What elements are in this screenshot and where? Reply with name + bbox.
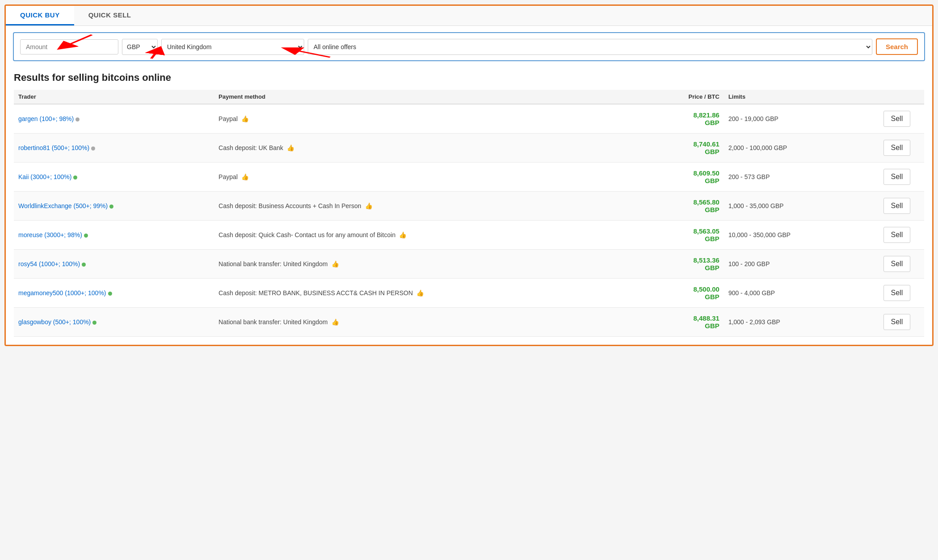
price-cell: 8,609.50GBP — [596, 163, 724, 192]
price-value: 8,821.86GBP — [601, 111, 719, 126]
limits-cell: 10,000 - 350,000 GBP — [724, 221, 870, 250]
payment-text: National bank transfer: United Kingdom — [218, 318, 327, 326]
sell-button[interactable]: Sell — [884, 140, 911, 156]
price-currency: GBP — [705, 148, 720, 155]
online-status-dot — [91, 146, 95, 150]
offers-select[interactable]: All online offers Paypal Cash deposit Na… — [308, 39, 872, 55]
action-cell: Sell — [870, 104, 924, 134]
price-currency: GBP — [705, 293, 720, 301]
sell-button[interactable]: Sell — [884, 256, 911, 272]
table-header-row: Trader Payment method Price / BTC Limits — [14, 90, 924, 104]
action-cell: Sell — [870, 250, 924, 279]
sell-button[interactable]: Sell — [884, 285, 911, 301]
price-currency: GBP — [705, 119, 720, 126]
trader-cell: rosy54 (1000+; 100%) — [14, 250, 214, 279]
action-cell: Sell — [870, 192, 924, 221]
table-row: robertino81 (500+; 100%)Cash deposit: UK… — [14, 134, 924, 163]
limits-text: 200 - 573 GBP — [729, 173, 770, 180]
trader-link[interactable]: megamoney500 (1000+; 100%) — [18, 289, 106, 297]
price-value: 8,513.36GBP — [601, 256, 719, 272]
price-cell: 8,488.31GBP — [596, 308, 724, 337]
sell-button[interactable]: Sell — [884, 111, 911, 127]
tab-bar: QUICK BUY QUICK SELL — [6, 6, 932, 26]
currency-select[interactable]: GBP USD EUR BTC — [122, 39, 158, 55]
trader-link[interactable]: moreuse (3000+; 98%) — [18, 231, 82, 238]
price-value: 8,609.50GBP — [601, 169, 719, 184]
action-cell: Sell — [870, 221, 924, 250]
action-cell: Sell — [870, 279, 924, 308]
country-select[interactable]: United Kingdom United States Germany Fra… — [161, 39, 304, 55]
action-cell: Sell — [870, 308, 924, 337]
main-container: QUICK BUY QUICK SELL GBP USD EUR BTC Uni… — [4, 4, 934, 346]
trader-link[interactable]: Kaii (3000+; 100%) — [18, 173, 71, 180]
online-status-dot — [82, 263, 86, 267]
payment-text: Cash deposit: Quick Cash- Contact us for… — [218, 231, 395, 238]
limits-text: 1,000 - 2,093 GBP — [729, 318, 780, 326]
price-cell: 8,821.86GBP — [596, 104, 724, 134]
sell-button[interactable]: Sell — [884, 198, 911, 214]
limits-cell: 2,000 - 100,000 GBP — [724, 134, 870, 163]
online-status-dot — [92, 321, 96, 325]
trader-link[interactable]: gargen (100+; 98%) — [18, 115, 74, 122]
table-row: megamoney500 (1000+; 100%)Cash deposit: … — [14, 279, 924, 308]
col-header-trader: Trader — [14, 90, 214, 104]
limits-text: 100 - 200 GBP — [729, 260, 770, 267]
payment-cell: Paypal 👍 — [214, 163, 596, 192]
limits-cell: 200 - 19,000 GBP — [724, 104, 870, 134]
action-cell: Sell — [870, 163, 924, 192]
limits-text: 2,000 - 100,000 GBP — [729, 144, 787, 151]
thumbs-up-icon: 👍 — [331, 318, 339, 326]
limits-text: 10,000 - 350,000 GBP — [729, 231, 791, 238]
sell-button[interactable]: Sell — [884, 227, 911, 243]
col-header-price: Price / BTC — [596, 90, 724, 104]
col-header-action — [870, 90, 924, 104]
trader-link[interactable]: glasgowboy (500+; 100%) — [18, 318, 91, 326]
trade-table: Trader Payment method Price / BTC Limits… — [14, 90, 924, 337]
trader-link[interactable]: robertino81 (500+; 100%) — [18, 144, 89, 151]
col-header-limits: Limits — [724, 90, 870, 104]
tab-quick-sell[interactable]: QUICK SELL — [74, 6, 146, 25]
thumbs-up-icon: 👍 — [331, 260, 339, 267]
price-cell: 8,513.36GBP — [596, 250, 724, 279]
trader-cell: WorldlinkExchange (500+; 99%) — [14, 192, 214, 221]
payment-cell: Cash deposit: Business Accounts + Cash I… — [214, 192, 596, 221]
amount-input[interactable] — [20, 39, 118, 54]
price-value: 8,563.05GBP — [601, 227, 719, 242]
trader-cell: moreuse (3000+; 98%) — [14, 221, 214, 250]
price-value: 8,500.00GBP — [601, 285, 719, 301]
trader-cell: robertino81 (500+; 100%) — [14, 134, 214, 163]
thumbs-up-icon: 👍 — [365, 202, 373, 209]
tab-quick-buy[interactable]: QUICK BUY — [6, 6, 74, 25]
online-status-dot — [108, 292, 112, 296]
price-cell: 8,740.61GBP — [596, 134, 724, 163]
payment-cell: Cash deposit: METRO BANK, BUSINESS ACCT&… — [214, 279, 596, 308]
thumbs-up-icon: 👍 — [241, 115, 249, 122]
sell-button[interactable]: Sell — [884, 314, 911, 330]
trader-link[interactable]: WorldlinkExchange (500+; 99%) — [18, 202, 108, 209]
payment-cell: Cash deposit: UK Bank 👍 — [214, 134, 596, 163]
price-currency: GBP — [705, 177, 720, 184]
payment-text: Cash deposit: UK Bank — [218, 144, 283, 151]
online-status-dot — [75, 117, 80, 121]
payment-cell: Cash deposit: Quick Cash- Contact us for… — [214, 221, 596, 250]
table-row: gargen (100+; 98%)Paypal 👍8,821.86GBP200… — [14, 104, 924, 134]
price-currency: GBP — [705, 206, 720, 213]
price-currency: GBP — [705, 264, 720, 272]
search-button[interactable]: Search — [876, 38, 918, 55]
table-row: WorldlinkExchange (500+; 99%)Cash deposi… — [14, 192, 924, 221]
table-row: glasgowboy (500+; 100%)National bank tra… — [14, 308, 924, 337]
trader-cell: megamoney500 (1000+; 100%) — [14, 279, 214, 308]
limits-cell: 200 - 573 GBP — [724, 163, 870, 192]
price-value: 8,488.31GBP — [601, 314, 719, 330]
payment-text: Cash deposit: Business Accounts + Cash I… — [218, 202, 361, 209]
table-row: rosy54 (1000+; 100%)National bank transf… — [14, 250, 924, 279]
sell-button[interactable]: Sell — [884, 169, 911, 185]
col-header-payment: Payment method — [214, 90, 596, 104]
trader-link[interactable]: rosy54 (1000+; 100%) — [18, 260, 80, 267]
online-status-dot — [109, 205, 113, 209]
price-value: 8,740.61GBP — [601, 140, 719, 155]
online-status-dot — [73, 176, 77, 180]
payment-text: Paypal — [218, 115, 238, 122]
price-currency: GBP — [705, 235, 720, 242]
limits-text: 1,000 - 35,000 GBP — [729, 202, 784, 209]
